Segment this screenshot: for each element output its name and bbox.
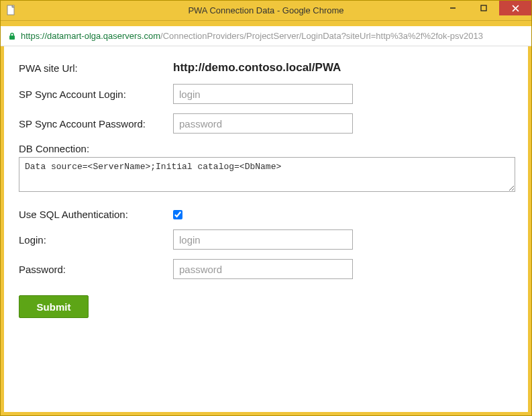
maximize-button[interactable] [468,1,499,15]
password-input[interactable] [173,259,353,279]
submit-button[interactable]: Submit [19,295,89,318]
minimize-button[interactable] [437,1,468,15]
url-scheme: https:// [21,31,47,41]
login-input[interactable] [173,229,353,250]
password-label: Password: [19,264,173,275]
url-host: https://datamart-olga.qaservers.com [21,31,160,41]
sp-password-input[interactable] [173,113,353,134]
use-sql-auth-label: Use SQL Authentication: [19,209,173,220]
svg-rect-2 [481,5,486,11]
lock-icon [7,32,17,41]
titlebar: PWA Connection Data - Google Chrome [1,1,531,21]
url-host-text: datamart-olga.qaservers.com [47,31,160,41]
pwa-site-url-label: PWA site Url: [19,62,173,74]
pwa-site-url-value: http://demo.contoso.local/PWA [173,61,341,74]
db-connection-label: DB Connection: [19,143,513,154]
chrome-window: PWA Connection Data - Google Chrome http… [0,0,532,416]
sp-login-label: SP Sync Account Login: [19,89,173,100]
sp-login-input[interactable] [173,84,353,104]
window-controls [437,1,531,20]
close-button[interactable] [499,1,531,15]
sp-password-label: SP Sync Account Password: [19,118,173,129]
tabstrip [1,21,531,26]
page-content: PWA site Url: http://demo.contoso.local/… [1,46,531,415]
db-connection-textarea[interactable] [19,157,515,192]
login-label: Login: [19,234,173,246]
url-path: /ConnectionProviders/ProjectServer/Login… [160,31,483,41]
svg-rect-5 [9,36,15,40]
document-icon [6,5,18,17]
use-sql-auth-checkbox[interactable] [173,210,182,219]
url-bar[interactable]: https://datamart-olga.qaservers.com/Conn… [1,26,531,46]
